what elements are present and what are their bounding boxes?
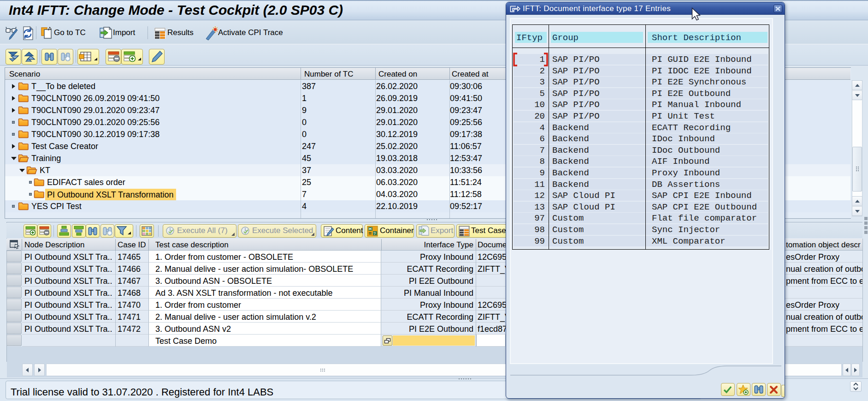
svg-text:?: ? bbox=[373, 231, 376, 236]
